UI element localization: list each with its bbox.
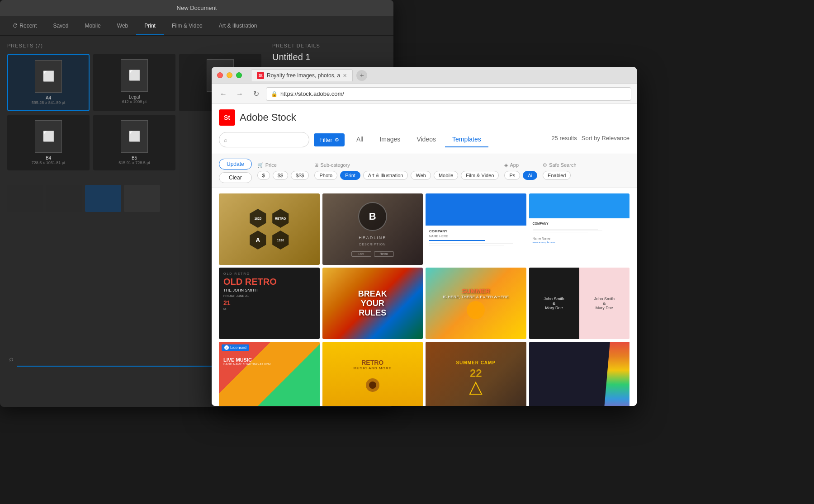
new-tab-button[interactable]: + — [356, 70, 367, 81]
retro-date: FRIDAY, JUNE 21 — [223, 294, 315, 297]
sports-ball — [467, 301, 485, 319]
browser-titlebar: St Royalty free images, photos, a ✕ + — [212, 67, 637, 84]
new-doc-title: New Document — [177, 5, 217, 11]
thumbnail-3[interactable] — [85, 185, 121, 212]
tab-close-button[interactable]: ✕ — [343, 73, 347, 79]
rainbow-strip — [604, 342, 629, 406]
maximize-button[interactable] — [236, 72, 242, 78]
browser-tab[interactable]: St Royalty free images, photos, a ✕ — [251, 69, 353, 81]
chip-ai[interactable]: Ai — [523, 171, 537, 180]
tab-favicon: St — [257, 72, 264, 79]
subcategory-chips: Photo Print Art & Illustration Web Mobil… — [314, 171, 499, 180]
stock-item-9[interactable]: ✓ Licensed LIVE MUSIC BAND NAME STARTING… — [219, 342, 320, 406]
stock-item-10[interactable]: RETRO MUSIC AND MORE — [322, 342, 423, 406]
music-subtitle: BAND NAME STARTING AT 8PM — [223, 363, 315, 366]
retro-title: OLD RETRO — [223, 277, 315, 286]
letterhead-name: NAME HERE — [429, 235, 523, 238]
app-icon: ◈ — [504, 162, 508, 168]
badge-content-2: B HEADLINE DESCRIPTION 1825 Retro — [322, 193, 423, 265]
chip-enabled[interactable]: Enabled — [543, 171, 571, 180]
retro-sub: THE JOHN SMITH — [223, 288, 315, 292]
retro-old: OLD RETRO — [223, 272, 315, 275]
preset-name-legal: Legal — [129, 94, 140, 99]
preset-b4[interactable]: ⬜ B4 728.5 x 1031.81 pt — [7, 115, 90, 170]
preset-icon-a4: ⬜ — [35, 60, 62, 93]
chip-ps[interactable]: Ps — [504, 171, 520, 180]
preset-icon-b4: ⬜ — [35, 120, 62, 153]
tab-images[interactable]: Images — [372, 132, 407, 147]
stock-search-input[interactable] — [230, 137, 304, 143]
tab-saved[interactable]: Saved — [45, 16, 76, 35]
retro-day: 21 — [223, 299, 315, 306]
stock-item-12[interactable] — [529, 342, 630, 406]
stock-nav-tabs: All Images Videos Templates — [349, 132, 488, 147]
forward-button[interactable]: → — [233, 88, 246, 100]
svg-point-1 — [369, 382, 376, 389]
poster-sun-icon — [361, 374, 384, 396]
new-doc-titlebar: New Document — [0, 0, 393, 16]
preset-b5[interactable]: ⬜ B5 515.91 x 728.5 pt — [93, 115, 175, 170]
price-chip-1[interactable]: $ — [257, 171, 270, 180]
price-label: 🛒 Price — [257, 162, 309, 168]
preset-legal[interactable]: ⬜ Legal 612 x 1008 pt — [93, 54, 175, 111]
stock-item-7[interactable]: SUMMER IS HERE, THERE & EVERYWHERE — [426, 268, 526, 339]
stock-filters: Update Clear 🛒 Price $ $$ $$$ — [212, 154, 637, 188]
grid-icon: ⊞ — [314, 162, 318, 168]
safe-search-filter: ⚙ Safe Search Enabled — [543, 162, 577, 180]
preset-icon-b5: ⬜ — [121, 120, 148, 153]
back-button[interactable]: ← — [217, 88, 230, 100]
sort-dropdown[interactable]: Sort by Relevance — [582, 135, 629, 145]
stock-item-8[interactable]: John Smith&Mary Doe John Smith&Mary Doe — [529, 268, 630, 339]
minimize-button[interactable] — [227, 72, 232, 78]
tab-film-video[interactable]: Film & Video — [164, 16, 211, 35]
stock-logo-text: St — [224, 114, 230, 121]
badge-hex-1825: 1825 — [248, 209, 267, 228]
price-chip-2[interactable]: $$ — [273, 171, 288, 180]
app-filter: ◈ App Ps Ai — [504, 162, 537, 180]
tab-art-illustration[interactable]: Art & Illustration — [211, 16, 265, 35]
stock-item-3[interactable]: COMPANY NAME HERE — [426, 193, 526, 265]
chip-art-illustration[interactable]: Art & Illustration — [363, 171, 408, 180]
stock-item-5[interactable]: OLD RETRO OLD RETRO THE JOHN SMITH FRIDA… — [219, 268, 320, 339]
tab-videos[interactable]: Videos — [409, 132, 443, 147]
thumbnail-1[interactable] — [7, 185, 43, 212]
stock-item-6[interactable]: BREAKYOURRULES — [322, 268, 423, 339]
tab-templates[interactable]: Templates — [445, 132, 488, 147]
preset-a4[interactable]: ⬜ A4 595.28 x 841.89 pt — [7, 54, 90, 111]
update-button[interactable]: Update — [219, 159, 252, 170]
thumbnail-2[interactable] — [46, 185, 82, 212]
thumbnail-4[interactable] — [124, 185, 160, 212]
summer-camp-title: SUMMER CAMP — [456, 360, 496, 365]
stock-item-11[interactable]: SUMMER CAMP 22 — [426, 342, 526, 406]
tab-mobile[interactable]: Mobile — [76, 16, 109, 35]
stock-item-4[interactable]: COMPANY Name Name www.example.com — [529, 193, 630, 265]
chip-print[interactable]: Print — [340, 171, 360, 180]
stock-item-2[interactable]: B HEADLINE DESCRIPTION 1825 Retro — [322, 193, 423, 265]
app-label: ◈ App — [504, 162, 537, 168]
tab-print[interactable]: Print — [136, 16, 164, 35]
safe-search-chips: Enabled — [543, 171, 577, 180]
adobe-stock-content: St Adobe Stock ⌕ Filter ⚙ All — [212, 104, 637, 406]
stock-item-1[interactable]: 1825 RETRO A 1920 — [219, 193, 320, 265]
stock-search-box[interactable]: ⌕ — [219, 132, 309, 147]
tab-recent[interactable]: ⏱ Recent — [5, 16, 45, 35]
tab-web[interactable]: Web — [109, 16, 136, 35]
tab-all[interactable]: All — [349, 132, 371, 147]
stock-logo: St — [219, 109, 235, 126]
chip-web[interactable]: Web — [411, 171, 431, 180]
chip-mobile[interactable]: Mobile — [434, 171, 458, 180]
reload-button[interactable]: ↻ — [250, 88, 262, 100]
safe-search-label: ⚙ Safe Search — [543, 162, 577, 168]
close-button[interactable] — [217, 72, 223, 78]
app-chips: Ps Ai — [504, 171, 537, 180]
svg-marker-2 — [470, 382, 482, 394]
clear-button[interactable]: Clear — [219, 172, 252, 183]
filter-button[interactable]: Filter ⚙ — [314, 133, 345, 146]
chip-photo[interactable]: Photo — [314, 171, 337, 180]
preset-icon-legal: ⬜ — [121, 59, 148, 92]
tab-label: Royalty free images, photos, a — [267, 72, 340, 79]
badge-retro-text: Retro — [374, 251, 394, 257]
address-bar[interactable]: 🔒 https://stock.adobe.com/ — [266, 87, 631, 101]
chip-film-video[interactable]: Film & Video — [461, 171, 499, 180]
price-chip-3[interactable]: $$$ — [291, 171, 309, 180]
